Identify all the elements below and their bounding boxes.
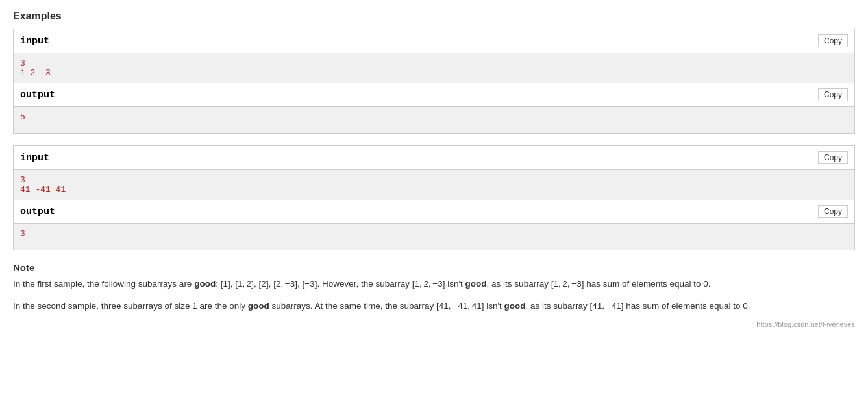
example-block-1: input Copy 3 1 2 -3 output Copy 5 xyxy=(13,29,855,134)
output-copy-button-2[interactable]: Copy xyxy=(818,205,848,218)
output-label-2: output xyxy=(20,206,55,217)
input-line2-2: 41 -41 41 xyxy=(20,185,848,195)
example-block-2: input Copy 3 41 -41 41 output Copy 3 xyxy=(13,145,855,250)
good-label-2: good xyxy=(465,279,487,289)
input-copy-button-1[interactable]: Copy xyxy=(818,34,848,47)
note-title: Note xyxy=(13,262,855,273)
note-paragraph-1: In the first sample, the following subar… xyxy=(13,277,855,291)
output-copy-button-1[interactable]: Copy xyxy=(818,88,848,101)
input-header-1: input Copy xyxy=(14,29,854,53)
input-line1-2: 3 xyxy=(20,175,848,185)
input-line2-1: 1 2 -3 xyxy=(20,68,848,78)
input-copy-button-2[interactable]: Copy xyxy=(818,151,848,164)
input-line1-1: 3 xyxy=(20,58,848,68)
good-label-3: good xyxy=(248,301,269,311)
output-content-1: 5 xyxy=(14,107,854,133)
output-header-2: output Copy xyxy=(14,200,854,224)
output-value-1: 5 xyxy=(20,112,848,122)
input-header-2: input Copy xyxy=(14,146,854,170)
output-value-2: 3 xyxy=(20,229,848,239)
good-label-1: good xyxy=(194,279,216,289)
output-content-2: 3 xyxy=(14,224,854,250)
section-title: Examples xyxy=(13,10,855,22)
input-content-2: 3 41 -41 41 xyxy=(14,170,854,200)
note-paragraph-2: In the second sample, three subarrays of… xyxy=(13,299,855,313)
good-label-4: good xyxy=(504,301,526,311)
input-label-2: input xyxy=(20,152,49,163)
watermark: https://blog.csdn.net/Fiveneves xyxy=(13,320,855,328)
input-label-1: input xyxy=(20,36,49,47)
input-content-1: 3 1 2 -3 xyxy=(14,53,854,83)
output-header-1: output Copy xyxy=(14,83,854,107)
note-section: Note In the first sample, the following … xyxy=(13,262,855,328)
output-label-1: output xyxy=(20,90,55,101)
